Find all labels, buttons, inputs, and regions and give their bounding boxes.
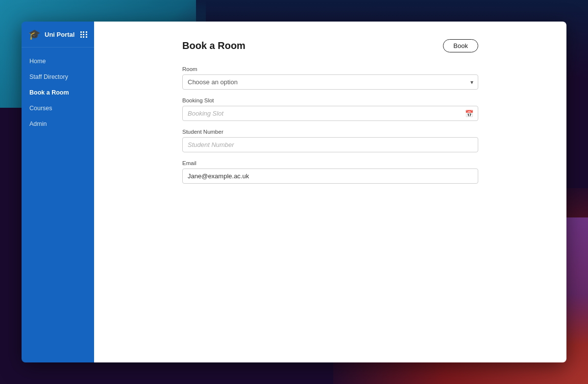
sidebar-nav: Home Staff Directory Book a Room Courses… (22, 48, 94, 138)
student-number-input[interactable] (182, 137, 478, 152)
room-select[interactable]: Choose an option (182, 74, 478, 90)
main-content: Book a Room Book Room Choose an option ▾ (94, 22, 566, 362)
sidebar-item-admin[interactable]: Admin (22, 116, 94, 132)
page-area: Book a Room Book Room Choose an option ▾ (94, 22, 566, 209)
booking-slot-input[interactable] (182, 106, 478, 121)
email-label: Email (182, 160, 478, 166)
booking-form: Room Choose an option ▾ Booking Slot 📅 (182, 66, 478, 192)
email-input[interactable] (182, 168, 478, 184)
student-number-label: Student Number (182, 129, 478, 135)
sidebar: 🎓 Uni Portal Home Staff Directory Book a… (22, 22, 94, 362)
student-number-group: Student Number (182, 129, 478, 152)
sidebar-header: 🎓 Uni Portal (22, 22, 94, 48)
sidebar-item-home[interactable]: Home (22, 53, 94, 69)
room-label: Room (182, 66, 478, 72)
room-group: Room Choose an option ▾ (182, 66, 478, 90)
grid-icon[interactable] (80, 31, 87, 38)
sidebar-item-courses[interactable]: Courses (22, 100, 94, 116)
sidebar-logo-area: 🎓 Uni Portal (28, 29, 74, 39)
page-title: Book a Room (182, 40, 245, 51)
page-header: Book a Room Book (182, 39, 478, 52)
graduation-cap-icon: 🎓 (28, 29, 41, 39)
booking-slot-label: Booking Slot (182, 97, 478, 103)
app-container: 🎓 Uni Portal Home Staff Directory Book a… (22, 22, 566, 362)
sidebar-title: Uni Portal (45, 31, 74, 38)
book-button[interactable]: Book (443, 39, 478, 52)
email-group: Email (182, 160, 478, 184)
sidebar-item-book-a-room[interactable]: Book a Room (22, 85, 94, 100)
room-select-wrapper: Choose an option ▾ (182, 74, 478, 90)
sidebar-item-staff-directory[interactable]: Staff Directory (22, 69, 94, 85)
booking-slot-wrapper: 📅 (182, 106, 478, 121)
booking-slot-group: Booking Slot 📅 (182, 97, 478, 121)
